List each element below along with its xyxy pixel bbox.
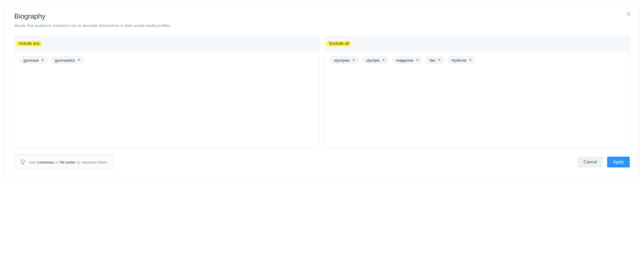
include-tags-area[interactable]: gymnastgymnastics [15,51,319,148]
hint-strong-commas: commas [37,160,54,164]
x-icon [352,58,355,62]
exclude-panel: Exclude all olympianolympicmagazinefanrh… [325,36,630,148]
close-icon [626,11,631,18]
tag-label: rhythmic [452,58,467,62]
hint-strong-enter: hit enter [60,160,75,164]
exclude-tags-area[interactable]: olympianolympicmagazinefanrhythmic [325,51,629,148]
cancel-button[interactable]: Cancel [578,157,603,167]
apply-button[interactable]: Apply [607,157,630,167]
x-icon [438,58,441,62]
exclude-panel-header: Exclude all [325,36,629,51]
hint-suffix: to separate them [76,160,107,164]
tag-label: fan [430,58,435,62]
page-subtitle: Words that audience members use to descr… [14,23,630,28]
exclude-label-highlight: Exclude all [329,41,349,46]
x-icon [77,58,80,62]
action-buttons: Cancel Apply [578,157,630,167]
tag-label: gymnastics [55,58,75,62]
exclude-tag: rhythmic [447,56,476,64]
exclude-tag: magazine [392,56,422,64]
panels-row: Include any gymnastgymnastics Exclude al… [14,36,630,148]
tag-label: magazine [396,58,414,62]
hint-mid: or [54,160,60,164]
tag-remove-button[interactable] [415,58,419,62]
tag-remove-button[interactable] [77,58,81,62]
tag-label: gymnast [23,58,39,62]
tag-remove-button[interactable] [382,58,386,62]
include-panel: Include any gymnastgymnastics [14,36,319,148]
hint-prefix: Use [29,160,37,164]
include-label-highlight: Include any [19,41,40,46]
tag-label: olympic [366,58,380,62]
x-icon [469,58,472,62]
x-icon [416,58,419,62]
tag-remove-button[interactable] [352,58,356,62]
footer-row: Use commas or hit enter to separate them… [14,154,630,170]
include-label: Include any [19,41,40,46]
include-panel-header: Include any [15,36,319,51]
tag-remove-button[interactable] [437,58,441,62]
lightbulb-icon [20,159,26,165]
tag-label: olympian [334,58,350,62]
close-button[interactable] [625,11,632,18]
page-title: Biography [14,12,630,20]
svg-line-20 [24,160,25,160]
hint-text: Use commas or hit enter to separate them [29,160,107,164]
x-icon [41,58,44,62]
x-icon [382,58,385,62]
separator-hint: Use commas or hit enter to separate them [14,154,113,170]
tag-remove-button[interactable] [40,58,45,62]
tag-remove-button[interactable] [468,58,472,62]
exclude-tag: olympian [330,56,359,64]
include-tag: gymnast [19,56,48,64]
biography-modal: Biography Words that audience members us… [4,4,640,177]
svg-line-19 [21,160,21,160]
exclude-tag: olympic [362,56,389,64]
exclude-label: Exclude all [329,41,349,46]
exclude-tag: fan [426,56,444,64]
include-tag: gymnastics [51,56,84,64]
